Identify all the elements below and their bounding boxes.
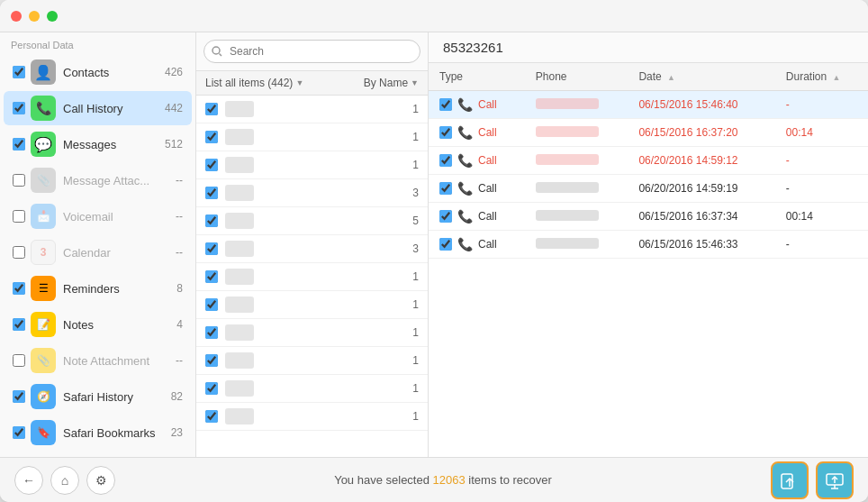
middle-list-item[interactable]: 1	[196, 123, 428, 151]
middle-row-checkbox[interactable]	[205, 159, 218, 171]
row-checkbox[interactable]	[439, 210, 452, 223]
col-type[interactable]: Type	[429, 63, 525, 91]
phone-number-header: 85323261	[429, 32, 868, 63]
row-checkbox[interactable]	[439, 154, 452, 167]
row-checkbox[interactable]	[439, 182, 452, 195]
middle-row-checkbox[interactable]	[205, 298, 218, 311]
by-name-button[interactable]: By Name ▼	[364, 77, 419, 89]
middle-list-item[interactable]: 1	[196, 96, 428, 123]
row-checkbox[interactable]	[439, 238, 452, 251]
sidebar-item-contacts[interactable]: 👤 Contacts 426	[4, 55, 192, 89]
back-button[interactable]: ←	[14, 466, 43, 495]
col-date[interactable]: Date ▲	[628, 63, 774, 91]
recover-to-pc-button[interactable]	[816, 461, 854, 499]
search-input[interactable]	[203, 40, 420, 63]
middle-row-checkbox[interactable]	[205, 410, 218, 423]
sidebar-item-call-history[interactable]: 📞 Call History 442	[4, 91, 192, 125]
middle-list-item[interactable]: 1	[196, 347, 428, 375]
phone-blurred	[536, 154, 599, 165]
col-phone[interactable]: Phone	[525, 63, 628, 91]
call-label: Call	[478, 126, 497, 139]
middle-row-checkbox[interactable]	[205, 214, 218, 227]
sidebar-item-message-attach[interactable]: 📎 Message Attac... --	[4, 163, 192, 197]
td-date: 06/20/2016 14:59:12	[628, 147, 774, 175]
contacts-checkbox[interactable]	[13, 66, 25, 78]
call-history-checkbox[interactable]	[13, 102, 25, 114]
notes-icon: 📝	[31, 312, 56, 337]
minimize-button[interactable]	[29, 11, 40, 22]
recover-device-icon	[780, 470, 800, 490]
middle-list-item[interactable]: 1	[196, 263, 428, 291]
sidebar-item-reminders[interactable]: ☰ Reminders 8	[4, 271, 192, 306]
voicemail-label: Voicemail	[63, 210, 172, 224]
middle-row-checkbox[interactable]	[205, 354, 218, 367]
settings-button[interactable]: ⚙	[86, 466, 115, 495]
middle-list-item[interactable]: 1	[196, 403, 428, 431]
middle-list-item[interactable]: 3	[196, 179, 428, 207]
call-history-count: 442	[165, 102, 183, 114]
sidebar-item-safari-history[interactable]: 🧭 Safari History 82	[4, 379, 192, 414]
middle-row-avatar	[225, 101, 254, 117]
td-phone	[525, 147, 628, 175]
middle-row-avatar	[225, 297, 254, 313]
table-row[interactable]: 📞 Call 06/15/2016 15:46:40 -	[429, 91, 868, 119]
middle-row-checkbox[interactable]	[205, 242, 218, 255]
safari-history-checkbox[interactable]	[13, 390, 25, 403]
sidebar-item-safari-bookmarks[interactable]: 🔖 Safari Bookmarks 23	[4, 415, 192, 450]
row-checkbox[interactable]	[439, 98, 452, 111]
table-row[interactable]: 📞 Call 06/15/2016 16:37:34 00:14	[429, 203, 868, 231]
voicemail-count: --	[176, 210, 183, 223]
middle-row-count: 1	[412, 326, 419, 339]
sidebar: Personal Data 👤 Contacts 426 📞 Call Hist…	[0, 32, 196, 457]
voicemail-checkbox[interactable]	[13, 210, 25, 223]
middle-row-count: 1	[412, 382, 419, 395]
reminders-checkbox[interactable]	[13, 282, 25, 295]
sidebar-item-note-attach[interactable]: 📎 Note Attachment --	[4, 343, 192, 378]
middle-list-item[interactable]: 3	[196, 235, 428, 263]
recover-pc-icon	[825, 470, 845, 490]
sidebar-item-calendar[interactable]: 3 Calendar --	[4, 235, 192, 269]
bottom-bar: ← ⌂ ⚙ You have selected 12063 items to r…	[0, 457, 868, 502]
middle-row-count: 1	[412, 354, 419, 367]
middle-row-checkbox[interactable]	[205, 326, 218, 339]
sidebar-item-voicemail[interactable]: 📩 Voicemail --	[4, 199, 192, 233]
middle-row-checkbox[interactable]	[205, 270, 218, 283]
note-attach-checkbox[interactable]	[13, 354, 25, 367]
titlebar	[0, 0, 868, 32]
close-button[interactable]	[11, 11, 22, 22]
middle-list-item[interactable]: 1	[196, 375, 428, 403]
table-row[interactable]: 📞 Call 06/15/2016 16:37:20 00:14	[429, 119, 868, 147]
note-attach-icon: 📎	[31, 348, 56, 373]
safari-bookmarks-checkbox[interactable]	[13, 426, 25, 439]
middle-list-item[interactable]: 1	[196, 291, 428, 319]
table-row[interactable]: 📞 Call 06/20/2016 14:59:19 -	[429, 175, 868, 203]
td-duration: -	[775, 231, 868, 259]
right-table: Type Phone Date ▲ Duration ▲	[429, 63, 868, 457]
middle-list-item[interactable]: 5	[196, 207, 428, 235]
middle-list-item[interactable]: 1	[196, 151, 428, 179]
middle-row-avatar	[225, 408, 254, 424]
table-row[interactable]: 📞 Call 06/15/2016 15:46:33 -	[429, 231, 868, 259]
middle-row-checkbox[interactable]	[205, 131, 218, 143]
notes-checkbox[interactable]	[13, 318, 25, 331]
middle-row-avatar	[225, 129, 254, 145]
list-all-button[interactable]: List all items (442) ▼	[205, 77, 303, 89]
middle-row-checkbox[interactable]	[205, 187, 218, 199]
row-checkbox[interactable]	[439, 126, 452, 139]
table-row[interactable]: 📞 Call 06/20/2016 14:59:12 -	[429, 147, 868, 175]
col-duration[interactable]: Duration ▲	[775, 63, 868, 91]
maximize-button[interactable]	[47, 11, 58, 22]
middle-list-item[interactable]: 1	[196, 319, 428, 347]
message-attach-checkbox[interactable]	[13, 174, 25, 187]
sidebar-item-messages[interactable]: 💬 Messages 512	[4, 127, 192, 161]
recover-to-device-button[interactable]	[771, 461, 809, 499]
messages-checkbox[interactable]	[13, 138, 25, 151]
sidebar-item-notes[interactable]: 📝 Notes 4	[4, 307, 192, 342]
middle-panel: List all items (442) ▼ By Name ▼ 1 1 1	[196, 32, 429, 457]
call-label: Call	[478, 154, 497, 167]
calendar-checkbox[interactable]	[13, 246, 25, 259]
middle-row-checkbox[interactable]	[205, 382, 218, 395]
home-button[interactable]: ⌂	[50, 466, 79, 495]
td-type: 📞 Call	[429, 203, 525, 231]
middle-row-checkbox[interactable]	[205, 103, 218, 115]
